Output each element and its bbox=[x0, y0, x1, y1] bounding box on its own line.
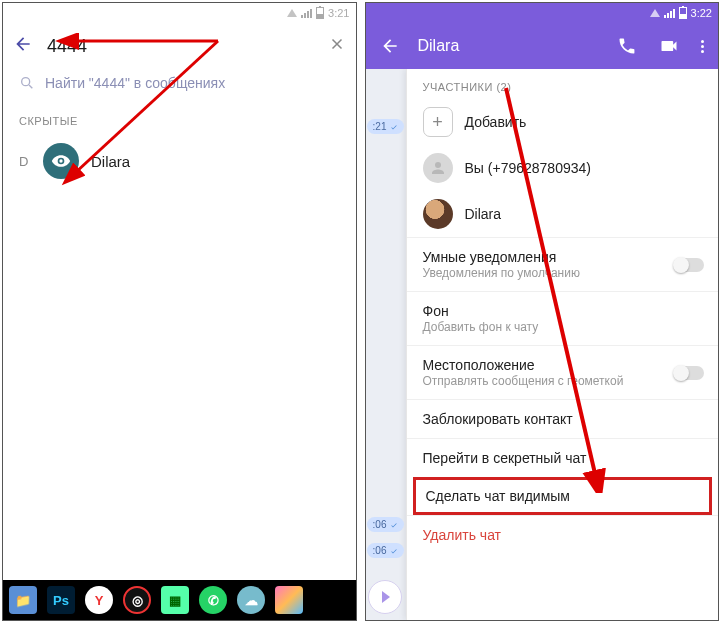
eye-icon bbox=[51, 151, 71, 171]
taskbar-explorer-icon[interactable]: 📁 bbox=[9, 586, 37, 614]
setting-title: Заблокировать контакт bbox=[423, 411, 703, 427]
setting-title: Местоположение bbox=[423, 357, 703, 373]
index-letter: D bbox=[19, 154, 31, 169]
toggle[interactable] bbox=[674, 258, 704, 272]
member-name: Dilara bbox=[465, 206, 502, 222]
left-phone-frame: 3:21 4444 Найти "4444" в сообщениях СКРЫ… bbox=[2, 2, 357, 621]
setting-background[interactable]: Фон Добавить фон к чату bbox=[407, 291, 719, 345]
wifi-icon bbox=[287, 9, 297, 17]
setting-title: Сделать чат видимым bbox=[426, 488, 700, 504]
taskbar-photoshop-icon[interactable]: Ps bbox=[47, 586, 75, 614]
search-icon bbox=[19, 75, 35, 91]
message-time-bubble: :21 bbox=[367, 119, 404, 134]
setting-block-contact[interactable]: Заблокировать контакт bbox=[407, 399, 719, 438]
avatar bbox=[423, 199, 453, 229]
taskbar: 📁 Ps Y ◎ ▦ ✆ ☁ bbox=[3, 580, 356, 620]
chat-settings-sheet: УЧАСТНИКИ (2) + Добавить Вы (+7962878093… bbox=[406, 69, 719, 620]
battery-icon bbox=[679, 7, 687, 19]
setting-make-visible[interactable]: Сделать чат видимым bbox=[413, 477, 713, 515]
setting-title: Удалить чат bbox=[423, 527, 703, 543]
search-header: 4444 bbox=[3, 23, 356, 69]
member-row-you[interactable]: Вы (+79628780934) bbox=[407, 145, 719, 191]
video-icon[interactable] bbox=[655, 36, 683, 56]
taskbar-spreadsheet-icon[interactable]: ▦ bbox=[161, 586, 189, 614]
search-suggestion[interactable]: Найти "4444" в сообщениях bbox=[3, 69, 356, 105]
panel-body: :21 :06 :06 УЧАСТНИКИ (2) + Добавить Вы … bbox=[366, 69, 719, 620]
back-icon[interactable] bbox=[13, 34, 33, 58]
taskbar-app-icon[interactable]: ☁ bbox=[237, 586, 265, 614]
message-time-bubble: :06 bbox=[367, 517, 404, 532]
compose-fab[interactable] bbox=[368, 580, 402, 614]
setting-subtitle: Добавить фон к чату bbox=[423, 320, 703, 334]
section-hidden-label: СКРЫТЫЕ bbox=[3, 105, 356, 133]
setting-title: Умные уведомления bbox=[423, 249, 703, 265]
toggle[interactable] bbox=[674, 366, 704, 380]
setting-title: Фон bbox=[423, 303, 703, 319]
status-bar: 3:22 bbox=[366, 3, 719, 23]
right-phone-frame: 3:22 Dilara :21 :06 :06 УЧАСТНИКИ (2) + … bbox=[365, 2, 720, 621]
signal-icon bbox=[301, 9, 312, 18]
taskbar-gallery-icon[interactable] bbox=[275, 586, 303, 614]
search-suggestion-text: Найти "4444" в сообщениях bbox=[45, 75, 225, 91]
member-row-dilara[interactable]: Dilara bbox=[407, 191, 719, 237]
person-icon bbox=[429, 159, 447, 177]
setting-delete-chat[interactable]: Удалить чат bbox=[407, 515, 719, 554]
chat-background-strip: :21 :06 :06 bbox=[366, 69, 406, 620]
member-you-label: Вы (+79628780934) bbox=[465, 160, 591, 176]
call-icon[interactable] bbox=[613, 36, 641, 56]
setting-smart-notifications[interactable]: Умные уведомления Уведомления по умолчан… bbox=[407, 237, 719, 291]
plus-icon: + bbox=[423, 107, 453, 137]
setting-location[interactable]: Местоположение Отправлять сообщения с ге… bbox=[407, 345, 719, 399]
status-time: 3:22 bbox=[691, 7, 712, 19]
taskbar-whatsapp-icon[interactable]: ✆ bbox=[199, 586, 227, 614]
search-input[interactable]: 4444 bbox=[47, 36, 314, 57]
battery-icon bbox=[316, 7, 324, 19]
contact-name: Dilara bbox=[91, 153, 130, 170]
add-label: Добавить bbox=[465, 114, 527, 130]
signal-icon bbox=[664, 9, 675, 18]
setting-title: Перейти в секретный чат bbox=[423, 450, 703, 466]
avatar-placeholder bbox=[423, 153, 453, 183]
hidden-avatar bbox=[43, 143, 79, 179]
clear-icon[interactable] bbox=[328, 35, 346, 57]
wifi-icon bbox=[650, 9, 660, 17]
taskbar-yandex-icon[interactable]: Y bbox=[85, 586, 113, 614]
taskbar-opera-icon[interactable]: ◎ bbox=[123, 586, 151, 614]
chat-title: Dilara bbox=[418, 37, 600, 55]
svg-point-0 bbox=[22, 78, 30, 86]
participants-label: УЧАСТНИКИ (2) bbox=[407, 69, 719, 99]
chat-header: Dilara bbox=[366, 23, 719, 69]
status-time: 3:21 bbox=[328, 7, 349, 19]
status-bar: 3:21 bbox=[3, 3, 356, 23]
add-member-row[interactable]: + Добавить bbox=[407, 99, 719, 145]
setting-subtitle: Отправлять сообщения с геометкой bbox=[423, 374, 703, 388]
more-icon[interactable] bbox=[697, 40, 708, 53]
contact-row[interactable]: D Dilara bbox=[3, 133, 356, 189]
message-time-bubble: :06 bbox=[367, 543, 404, 558]
setting-subtitle: Уведомления по умолчанию bbox=[423, 266, 703, 280]
back-icon[interactable] bbox=[376, 36, 404, 56]
setting-secret-chat[interactable]: Перейти в секретный чат bbox=[407, 438, 719, 477]
